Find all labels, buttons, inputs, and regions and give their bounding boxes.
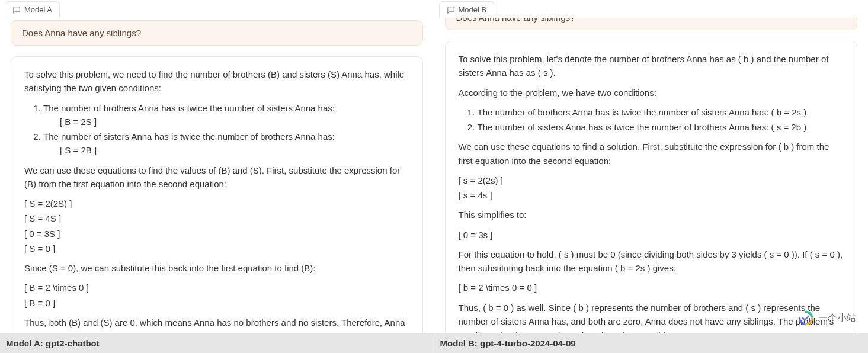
conditions-list: The number of brothers Anna has is twice… — [37, 101, 409, 158]
assistant-paragraph: This simplifies to: — [459, 208, 844, 222]
equation: [ S = 2(2S) ] — [24, 197, 409, 210]
tab-label: Model B — [459, 5, 487, 14]
equation: [ B = 2 \times 0 ] — [24, 281, 409, 294]
condition-text: The number of brothers Anna has is twice… — [478, 107, 809, 117]
condition-text: The number of sisters Anna has is twice … — [478, 122, 809, 132]
assistant-paragraph: According to the problem, we have two co… — [459, 86, 844, 100]
condition-text: The number of sisters Anna has is twice … — [43, 131, 335, 142]
column-model-a: Model A Does Anna have any siblings? To … — [0, 0, 434, 353]
user-message-text: Does Anna have any siblings? — [456, 18, 575, 23]
equation: [ b = 2 \times 0 = 0 ] — [459, 281, 844, 294]
assistant-paragraph: We can use these equations to find a sol… — [459, 140, 844, 168]
condition-item: The number of sisters Anna has is twice … — [478, 120, 844, 134]
condition-item: The number of sisters Anna has is twice … — [43, 130, 409, 158]
assistant-paragraph: To solve this problem, we need to find t… — [24, 68, 409, 95]
compare-grid: Model A Does Anna have any siblings? To … — [0, 0, 868, 353]
assistant-paragraph: Thus, both (B) and (S) are 0, which mean… — [24, 316, 409, 333]
column-model-b: Model B Does Anna have any siblings? To … — [434, 0, 869, 353]
assistant-paragraph: We can use these equations to find the v… — [24, 163, 409, 191]
equation: [ s = 2(2s) ] — [459, 174, 844, 187]
chat-icon — [12, 6, 21, 14]
assistant-paragraph: To solve this problem, let's denote the … — [459, 52, 844, 80]
equation: [ S = 4S ] — [24, 211, 409, 225]
chat-icon — [447, 6, 455, 14]
equation: [ S = 2B ] — [60, 143, 409, 157]
footer-label: Model B: gpt-4-turbo-2024-04-09 — [440, 338, 576, 348]
equation: [ S = 0 ] — [24, 242, 409, 255]
tab-model-a[interactable]: Model A — [5, 1, 60, 18]
conversation-scroll-b[interactable]: Does Anna have any siblings? To solve th… — [434, 18, 869, 333]
tab-model-b[interactable]: Model B — [439, 1, 495, 18]
footer-label: Model A: gpt2-chatbot — [6, 338, 100, 348]
tab-label: Model A — [24, 5, 52, 14]
tab-bar-b: Model B — [434, 0, 869, 18]
user-message-b: Does Anna have any siblings? — [445, 18, 858, 30]
tab-bar-a: Model A — [0, 0, 434, 18]
equation: [ B = 2S ] — [60, 115, 409, 129]
user-message-a: Does Anna have any siblings? — [11, 20, 423, 46]
condition-item: The number of brothers Anna has is twice… — [478, 105, 844, 119]
assistant-message-a: To solve this problem, we need to find t… — [11, 56, 423, 333]
condition-text: The number of brothers Anna has is twice… — [43, 103, 335, 113]
assistant-message-b: To solve this problem, let's denote the … — [445, 41, 858, 333]
footer-model-a: Model A: gpt2-chatbot — [0, 333, 434, 353]
footer-model-b: Model B: gpt-4-turbo-2024-04-09 — [434, 333, 869, 353]
conversation-scroll-a[interactable]: Does Anna have any siblings? To solve th… — [0, 18, 434, 333]
equation: [ B = 0 ] — [24, 296, 409, 310]
assistant-paragraph: Since (S = 0), we can substitute this ba… — [24, 261, 409, 275]
user-message-text: Does Anna have any siblings? — [22, 28, 141, 38]
equation: [ 0 = 3s ] — [459, 228, 844, 242]
equation: [ 0 = 3S ] — [24, 227, 409, 240]
assistant-paragraph: Thus, ( b = 0 ) as well. Since ( b ) rep… — [459, 301, 844, 333]
equation: [ s = 4s ] — [459, 188, 844, 202]
assistant-paragraph: For this equation to hold, ( s ) must be… — [459, 248, 844, 275]
condition-item: The number of brothers Anna has is twice… — [43, 101, 409, 129]
conditions-list: The number of brothers Anna has is twice… — [472, 105, 844, 134]
